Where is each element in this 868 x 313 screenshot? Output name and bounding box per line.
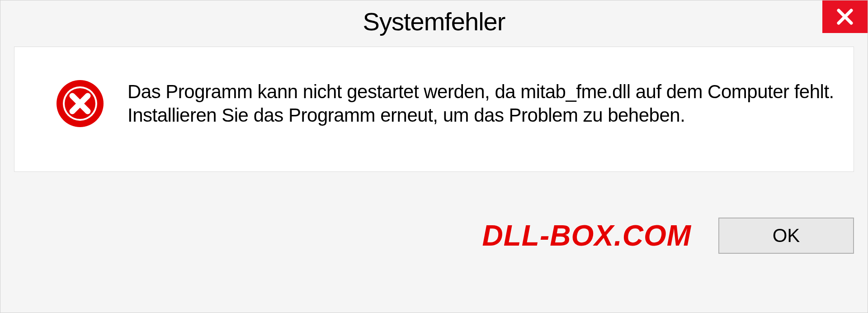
content-area: Das Programm kann nicht gestartet werden… bbox=[14, 47, 854, 172]
dialog-footer: DLL-BOX.COM OK bbox=[0, 172, 868, 313]
close-icon bbox=[836, 8, 854, 26]
close-button[interactable] bbox=[822, 0, 868, 33]
ok-button[interactable]: OK bbox=[718, 218, 854, 254]
dialog-title: Systemfehler bbox=[363, 7, 505, 36]
error-icon bbox=[55, 79, 105, 128]
error-dialog: Systemfehler Das Programm kann nicht ges… bbox=[0, 0, 868, 313]
watermark-text: DLL-BOX.COM bbox=[482, 219, 692, 252]
titlebar: Systemfehler bbox=[0, 0, 868, 41]
error-message: Das Programm kann nicht gestartet werden… bbox=[127, 80, 835, 128]
